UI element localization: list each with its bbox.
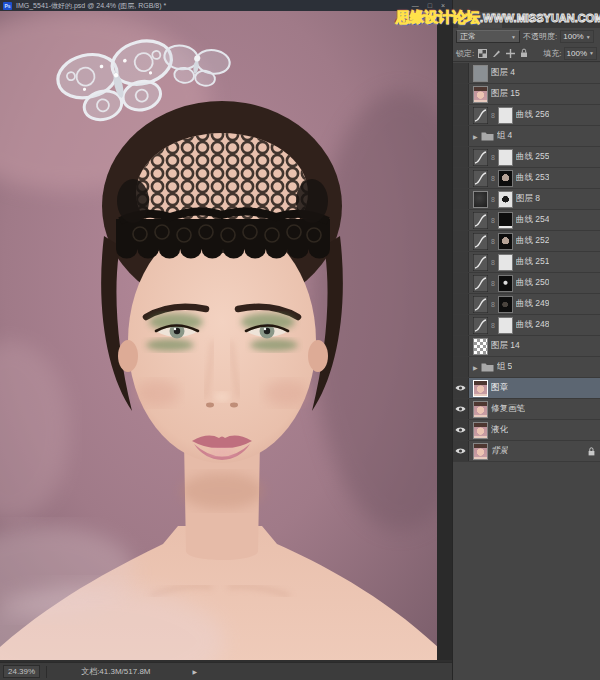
layer-name[interactable]: 曲线 254 bbox=[516, 214, 550, 226]
layer-row[interactable]: 液化 bbox=[453, 420, 600, 441]
layer-mask-thumbnail[interactable] bbox=[498, 149, 513, 166]
layer-mask-thumbnail[interactable] bbox=[498, 107, 513, 124]
visibility-toggle[interactable] bbox=[453, 168, 469, 188]
visibility-toggle[interactable] bbox=[453, 336, 469, 356]
zoom-level-input[interactable]: 24.39% bbox=[3, 665, 40, 678]
visibility-toggle[interactable] bbox=[453, 63, 469, 83]
group-expander-icon[interactable]: ▶ bbox=[473, 133, 478, 140]
fill-input[interactable]: 100% ▼ bbox=[564, 47, 597, 60]
layer-thumbnail[interactable] bbox=[473, 338, 488, 355]
layer-name[interactable]: 图章 bbox=[491, 382, 508, 394]
layer-row[interactable]: 图章 bbox=[453, 378, 600, 399]
layer-thumbnail[interactable] bbox=[473, 65, 488, 82]
layer-name[interactable]: 曲线 249 bbox=[516, 298, 550, 310]
canvas-area[interactable] bbox=[0, 11, 452, 660]
layer-name[interactable]: 图层 4 bbox=[491, 67, 515, 79]
visibility-toggle[interactable] bbox=[453, 189, 469, 209]
visibility-toggle[interactable] bbox=[453, 273, 469, 293]
opacity-input[interactable]: 100% ▼ bbox=[560, 30, 593, 43]
lock-position-icon[interactable] bbox=[506, 49, 515, 58]
visibility-toggle[interactable] bbox=[453, 420, 469, 440]
layer-thumbnail[interactable] bbox=[473, 191, 488, 208]
layer-row[interactable]: 8曲线 251 bbox=[453, 252, 600, 273]
layer-name[interactable]: 曲线 250 bbox=[516, 277, 550, 289]
layer-name[interactable]: 曲线 253 bbox=[516, 172, 550, 184]
layer-row[interactable]: ▶组 4 bbox=[453, 126, 600, 147]
photo-canvas[interactable] bbox=[0, 11, 437, 660]
layer-name[interactable]: 曲线 255 bbox=[516, 151, 550, 163]
layer-name[interactable]: 组 5 bbox=[497, 361, 513, 373]
visibility-toggle[interactable] bbox=[453, 441, 469, 461]
maximize-button[interactable]: □ bbox=[428, 2, 432, 9]
visibility-toggle[interactable] bbox=[453, 357, 469, 377]
visibility-toggle[interactable] bbox=[453, 378, 469, 398]
layer-name[interactable]: 曲线 256 bbox=[516, 109, 550, 121]
visibility-toggle[interactable] bbox=[453, 84, 469, 104]
document-title-bar[interactable]: Ps IMG_5541-做好的.psd @ 24.4% (图层, RGB/8) … bbox=[0, 0, 452, 11]
layer-row[interactable]: 图层 4 bbox=[453, 63, 600, 84]
layer-name[interactable]: 图层 8 bbox=[516, 193, 540, 205]
document-window: Ps IMG_5541-做好的.psd @ 24.4% (图层, RGB/8) … bbox=[0, 0, 452, 680]
layer-row[interactable]: ▶组 5 bbox=[453, 357, 600, 378]
opacity-label: 不透明度: bbox=[523, 31, 557, 42]
layer-mask-thumbnail[interactable] bbox=[498, 170, 513, 187]
layer-row[interactable]: 背景 bbox=[453, 441, 600, 462]
layer-row[interactable]: 8曲线 250 bbox=[453, 273, 600, 294]
layer-row-content: 图层 4 bbox=[469, 63, 600, 83]
visibility-toggle[interactable] bbox=[453, 399, 469, 419]
layer-row[interactable]: 修复画笔 bbox=[453, 399, 600, 420]
layer-thumbnail[interactable] bbox=[473, 380, 488, 397]
layer-row[interactable]: 8曲线 254 bbox=[453, 210, 600, 231]
layer-name[interactable]: 曲线 251 bbox=[516, 256, 550, 268]
layer-name[interactable]: 背景 bbox=[491, 445, 508, 457]
layer-name[interactable]: 组 4 bbox=[497, 130, 513, 142]
layer-name[interactable]: 图层 14 bbox=[491, 340, 520, 352]
layer-thumbnail[interactable] bbox=[473, 401, 488, 418]
layer-thumbnail[interactable] bbox=[473, 86, 488, 103]
layer-row[interactable]: 8图层 8 bbox=[453, 189, 600, 210]
layer-row[interactable]: 8曲线 249 bbox=[453, 294, 600, 315]
visibility-toggle[interactable] bbox=[453, 252, 469, 272]
layer-name[interactable]: 曲线 248 bbox=[516, 319, 550, 331]
layer-mask-thumbnail[interactable] bbox=[498, 212, 513, 229]
visibility-toggle[interactable] bbox=[453, 105, 469, 125]
visibility-toggle[interactable] bbox=[453, 147, 469, 167]
blend-mode-select[interactable]: 正常 ▼ bbox=[456, 30, 520, 43]
layer-mask-thumbnail[interactable] bbox=[498, 296, 513, 313]
lock-pixels-icon[interactable] bbox=[492, 49, 501, 58]
visibility-toggle[interactable] bbox=[453, 210, 469, 230]
layer-row[interactable]: 8曲线 253 bbox=[453, 168, 600, 189]
layer-row[interactable]: 图层 15 bbox=[453, 84, 600, 105]
layers-tab[interactable] bbox=[458, 12, 502, 28]
layer-mask-thumbnail[interactable] bbox=[498, 233, 513, 250]
layer-name[interactable]: 修复画笔 bbox=[491, 403, 525, 415]
layer-mask-thumbnail[interactable] bbox=[498, 275, 513, 292]
layer-mask-thumbnail[interactable] bbox=[498, 254, 513, 271]
visibility-toggle[interactable] bbox=[453, 315, 469, 335]
layer-row[interactable]: 图层 14 bbox=[453, 336, 600, 357]
layer-mask-thumbnail[interactable] bbox=[498, 317, 513, 334]
minimize-button[interactable]: — bbox=[412, 2, 419, 9]
lock-transparency-icon[interactable] bbox=[478, 49, 487, 58]
visibility-toggle[interactable] bbox=[453, 231, 469, 251]
group-expander-icon[interactable]: ▶ bbox=[473, 364, 478, 371]
layer-row-content: ▶组 4 bbox=[469, 126, 600, 146]
layer-name[interactable]: 图层 15 bbox=[491, 88, 520, 100]
link-icon: 8 bbox=[491, 238, 495, 245]
layer-row[interactable]: 8曲线 252 bbox=[453, 231, 600, 252]
layer-row[interactable]: 8曲线 255 bbox=[453, 147, 600, 168]
visibility-toggle[interactable] bbox=[453, 126, 469, 146]
status-options-arrow-icon[interactable]: ▶ bbox=[193, 668, 198, 675]
layer-mask-thumbnail[interactable] bbox=[498, 191, 513, 208]
curves-adjustment-icon bbox=[473, 149, 488, 166]
panel-tab-bar[interactable] bbox=[453, 0, 600, 28]
visibility-toggle[interactable] bbox=[453, 294, 469, 314]
layer-name[interactable]: 液化 bbox=[491, 424, 508, 436]
layer-thumbnail[interactable] bbox=[473, 443, 488, 460]
layer-thumbnail[interactable] bbox=[473, 422, 488, 439]
layer-row[interactable]: 8曲线 256 bbox=[453, 105, 600, 126]
layer-name[interactable]: 曲线 252 bbox=[516, 235, 550, 247]
lock-all-icon[interactable] bbox=[520, 48, 528, 58]
layer-row[interactable]: 8曲线 248 bbox=[453, 315, 600, 336]
close-button[interactable]: × bbox=[441, 2, 445, 9]
